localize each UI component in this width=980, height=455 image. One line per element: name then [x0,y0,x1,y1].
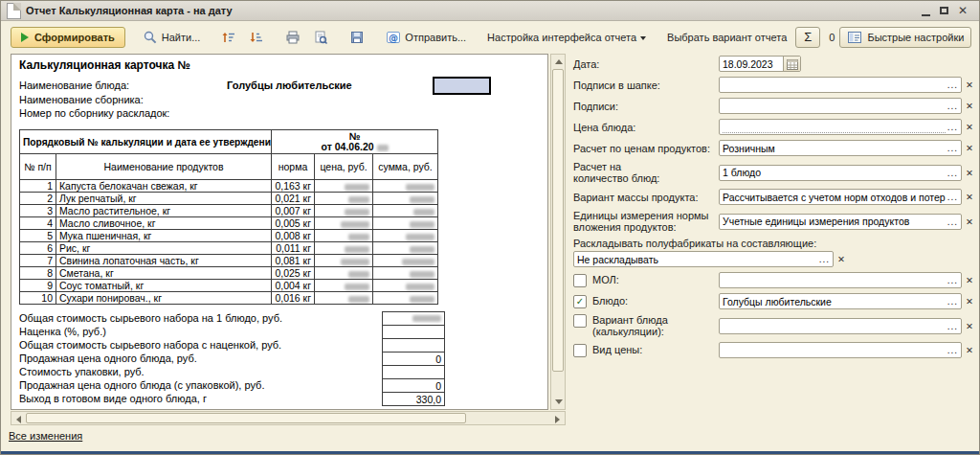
find-button[interactable]: Найти... [139,27,205,48]
header-signatures-field[interactable] [719,77,962,93]
col-sum: сумма, руб. [373,154,438,180]
column-header-row: № п/п Наименование продуктов норма цена,… [20,154,438,180]
summary-label: Стоимость упаковки, руб. [19,366,382,378]
scroll-left-icon[interactable] [16,416,21,423]
clear-icon[interactable] [837,254,845,264]
settings-row-dish: Блюдо: Голубцы любительские [573,293,973,309]
dish-count-label: Расчет наколичество блюд: [573,161,719,184]
summary-label: Продажная цена одного блюда (с упаковкой… [19,379,382,392]
settings-row-mol: МОЛ: [573,272,973,288]
norm-cell: 0,005 кг [272,217,315,230]
dish-value: Голубцы любительские [723,296,946,307]
settings-row-price-type: Вид цены: [573,342,973,358]
semiproducts-label: Раскладывать полуфабрикаты на составляющ… [573,238,973,249]
choose-icon[interactable] [947,143,958,153]
settings-row-dish-price: Цена блюда: [573,119,973,135]
dish-field[interactable]: Голубцы любительские [719,293,962,309]
choose-icon[interactable] [947,122,958,132]
price-cell [315,193,373,205]
dish-price-label: Цена блюда: [573,122,719,133]
measure-units-field[interactable]: Учетные единицы измерения продуктов [719,214,962,230]
scroll-up-icon[interactable] [555,59,563,64]
settings-row-dish-count: Расчет наколичество блюд: 1 блюдо [573,161,973,184]
scroll-right-icon[interactable] [555,416,560,423]
calendar-icon[interactable] [783,57,800,71]
price-type-field[interactable] [719,342,962,358]
maximize-icon[interactable] [940,7,948,14]
save-button[interactable] [345,27,368,48]
summary-row: Выход в готовом виде одного блюда, г330,… [19,392,445,405]
card-title: Калькуляционная карточка № [19,58,190,72]
sum-cell [373,292,438,305]
mass-variant-field[interactable]: Рассчитывается с учетом норм отходов и п… [719,189,962,205]
clear-icon[interactable] [966,296,973,307]
horizontal-scroll-thumb[interactable] [26,413,466,423]
select-report-variant-button[interactable]: Выбрать вариант отчета [663,27,791,48]
totals-button[interactable]: Σ [795,27,820,48]
choose-icon[interactable] [947,168,958,178]
choose-icon[interactable] [819,254,830,264]
send-button[interactable]: @ Отправить... [382,27,470,48]
choose-icon[interactable] [947,80,958,90]
clear-icon[interactable] [966,101,973,111]
dish-name-value: Голубцы любительские [227,80,352,91]
sum-cell [373,280,438,292]
clear-icon[interactable] [966,168,973,178]
dish-variant-label: Вариант блюда(калькуляции): [592,314,668,337]
minimize-icon[interactable] [922,14,930,16]
vertical-scroll-thumb[interactable] [552,69,564,372]
price-calc-field[interactable]: Розничным [719,140,962,156]
dish-checkbox[interactable] [573,295,587,308]
dish-count-field[interactable]: 1 блюдо [719,165,962,181]
clear-icon[interactable] [966,345,973,355]
document-icon [7,3,21,19]
vertical-scrollbar[interactable] [550,54,566,410]
sigma-icon: Σ [804,30,812,44]
sort-asc-button[interactable] [217,27,240,48]
play-icon [21,33,29,42]
choose-icon[interactable] [947,345,958,355]
print-preview-icon [313,30,328,45]
close-icon[interactable] [958,5,968,16]
clear-icon[interactable] [966,122,973,132]
choose-icon[interactable] [947,192,958,202]
norm-cell: 0,011 кг [272,242,315,255]
signatures-field[interactable] [719,98,962,114]
clear-icon[interactable] [966,80,973,90]
clear-icon[interactable] [966,143,973,153]
settings-row-dish-variant: Вариант блюда(калькуляции): [573,314,973,337]
clear-icon[interactable] [966,275,973,285]
choose-icon[interactable] [947,101,958,111]
date-input[interactable]: 18.09.2023 [719,56,801,72]
semiproducts-value: Не раскладывать [577,254,817,265]
col-norm: норма [272,154,315,180]
dish-variant-field[interactable] [719,318,962,334]
dish-variant-checkbox[interactable] [573,314,587,328]
date-label: Дата: [573,58,719,70]
choose-icon[interactable] [947,321,958,331]
dish-price-field[interactable] [719,119,962,135]
clear-icon[interactable] [966,216,973,227]
report-interface-settings-button[interactable]: Настройка интерфейса отчета [483,27,650,48]
scroll-down-icon[interactable] [555,399,563,404]
name-cell: Капуста белокачан свежая, кг [56,180,272,193]
all-changes-link[interactable]: Все изменения [9,430,82,442]
generate-button[interactable]: Сформировать [11,27,125,48]
price-type-checkbox[interactable] [573,344,587,357]
clear-icon[interactable] [966,192,973,202]
print-button[interactable] [281,27,304,48]
product-row: 1Капуста белокачан свежая, кг0,163 кг [20,180,438,193]
summary-value [382,325,445,339]
choose-icon[interactable] [947,216,958,227]
sort-desc-button[interactable] [245,27,268,48]
preview-button[interactable] [309,27,332,48]
quick-settings-button[interactable]: Быстрые настройки [839,27,971,48]
horizontal-scrollbar[interactable] [11,411,566,425]
mol-checkbox[interactable] [573,274,587,287]
choose-icon[interactable] [947,275,958,285]
choose-icon[interactable] [947,296,958,307]
dish-name-label: Наименование блюда: [19,80,129,91]
clear-icon[interactable] [966,321,973,331]
mol-field[interactable] [719,272,962,288]
semiproducts-field[interactable]: Не раскладывать [573,251,834,267]
